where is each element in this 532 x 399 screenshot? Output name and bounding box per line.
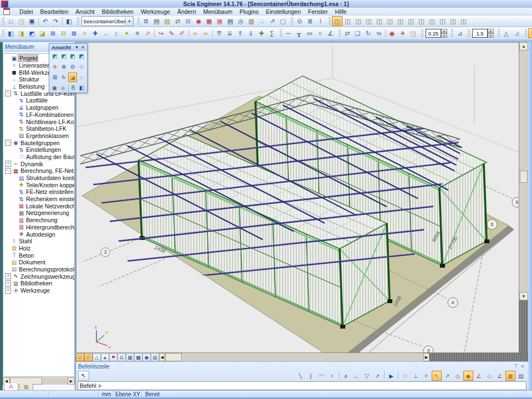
document-icon[interactable] xyxy=(3,8,10,15)
snap-perpendicular-icon[interactable]: ⊥ xyxy=(411,371,421,381)
curve-edit-icon[interactable]: ↪ xyxy=(156,28,166,38)
zoom-all-icon[interactable]: ⊙ xyxy=(77,62,86,71)
viewport-vscrollbar[interactable]: ▲ ▼ xyxy=(519,42,528,353)
sidebar-item-einstellungen[interactable]: ⇅Einstellungen xyxy=(3,146,74,154)
snap-length-icon[interactable]: ∠ xyxy=(495,371,505,381)
group-grip[interactable] xyxy=(421,29,423,37)
group-grip[interactable] xyxy=(329,17,331,25)
storey-level-icon[interactable]: △ xyxy=(93,354,101,361)
spin-up-icon[interactable]: ▲ xyxy=(441,29,447,33)
sidebar-item-rechenkerneinstell[interactable]: ⇅Rechenkern einstellen xyxy=(3,196,74,203)
menu-bearbeiten[interactable]: Bearbeiten xyxy=(40,8,69,15)
snap-table-icon[interactable]: ▤ xyxy=(516,371,526,381)
load-scale-spinner[interactable]: 0.25▲▼ xyxy=(426,29,447,38)
expand-icon[interactable]: + xyxy=(5,161,11,167)
flag-level-icon[interactable]: ⚑ xyxy=(109,354,117,361)
snap-dot-grid-icon[interactable]: ▦ xyxy=(505,371,515,381)
clip-plane-2-icon[interactable]: ∅ xyxy=(84,354,93,361)
expand-icon[interactable]: + xyxy=(5,280,11,287)
collapse-icon[interactable]: − xyxy=(5,168,11,174)
screen-view-icon[interactable]: ◧ xyxy=(78,83,86,93)
surface-edit-icon[interactable]: ✐ xyxy=(177,28,187,38)
move-copy-icon[interactable]: ⇄ xyxy=(342,28,352,38)
pin-icon[interactable]: ⊤ xyxy=(513,364,519,369)
group-grip[interactable] xyxy=(468,29,470,37)
save-project-icon[interactable]: ▣ xyxy=(27,16,37,26)
add-part-icon[interactable]: ✚ xyxy=(256,28,267,38)
angle-snap-icon[interactable]: ⊿ xyxy=(454,28,465,38)
table-display-icon[interactable]: ▤ xyxy=(151,354,159,361)
view-preset-12-icon[interactable]: ◫ xyxy=(448,16,458,26)
polyline-edit-icon[interactable]: ✎ xyxy=(166,28,177,38)
snap-midpoint-icon[interactable]: ↗ xyxy=(442,371,452,381)
view-iso-2-icon[interactable]: ◩ xyxy=(59,52,68,61)
sidebar-item-holz[interactable]: ▥Holz xyxy=(3,245,74,252)
snap-intersection-icon[interactable]: ◇ xyxy=(484,371,494,381)
camera-view-off-icon[interactable]: ◉ xyxy=(59,83,67,93)
sidebar-item-dokument[interactable]: ▤Dokument xyxy=(3,259,74,266)
ansicht-title-bar[interactable]: Ansicht ▼ ✕ xyxy=(49,44,87,51)
group-grip[interactable] xyxy=(451,29,453,37)
redo-icon[interactable]: ↷ xyxy=(50,16,61,26)
scale-up-icon[interactable]: △ xyxy=(501,28,511,38)
load-display-1-icon[interactable]: B xyxy=(528,28,532,38)
menu-fenster[interactable]: Fenster xyxy=(308,8,328,15)
menu-plugins[interactable]: Plugins xyxy=(239,8,258,15)
image-gallery-icon[interactable]: ▨ xyxy=(162,16,172,26)
view-preset-9-icon[interactable]: ◫ xyxy=(416,16,427,26)
draw-rectangle-icon[interactable]: ▭ xyxy=(304,28,315,38)
group-grip[interactable] xyxy=(2,29,4,37)
track-pointer-icon[interactable]: ▶ xyxy=(386,371,396,381)
scroll-right-icon[interactable]: ▶ xyxy=(68,377,75,385)
teamwork-icon[interactable]: ⧉ xyxy=(141,16,151,26)
copy-down-icon[interactable]: ⇊ xyxy=(224,28,235,38)
node-tool-8-icon[interactable]: ⌗ xyxy=(79,28,90,38)
zoom-window-icon[interactable]: ⊞ xyxy=(50,73,59,82)
expand-icon[interactable]: + xyxy=(5,273,11,279)
draw-line-icon[interactable]: ─ xyxy=(283,28,294,38)
sidebar-item-bibliotheken[interactable]: +▥Bibliotheken xyxy=(3,280,74,287)
new-project-icon[interactable]: □ xyxy=(6,16,16,26)
paste-down-icon[interactable]: ⇓ xyxy=(245,28,256,38)
spinner-arrows[interactable]: ▲▼ xyxy=(488,29,494,38)
view-preset-5-icon[interactable]: ◫ xyxy=(374,16,385,26)
snap-parallel-icon[interactable]: ∥ xyxy=(306,371,316,381)
menu-bibliotheken[interactable]: Bibliotheken xyxy=(102,8,134,15)
node-tool-13-icon[interactable]: ✳ xyxy=(132,28,142,38)
table-check-icon[interactable]: ▦ xyxy=(214,16,225,26)
node-tool-3-icon[interactable]: ◩ xyxy=(27,28,37,38)
sum-part-icon[interactable]: ∑ xyxy=(267,28,277,38)
spin-down-icon[interactable]: ▼ xyxy=(441,33,447,38)
light-toggle-icon[interactable]: ☼ xyxy=(77,73,86,82)
node-tool-12-icon[interactable]: ✦ xyxy=(121,28,132,38)
scale-ref-icon[interactable]: ⊿ xyxy=(511,28,522,38)
sidebar-item-lokalenetzverdicht[interactable]: ▦Lokale Netzverdichtur xyxy=(3,202,74,209)
connect-2-icon[interactable]: ∞ xyxy=(201,28,211,38)
round-select-icon[interactable]: ◉ xyxy=(193,16,204,26)
paste-up-icon[interactable]: ⇑ xyxy=(235,28,245,38)
view-preset-2-icon[interactable]: ◫ xyxy=(342,16,353,26)
zoom-document-icon[interactable]: ⊙ xyxy=(294,16,305,26)
node-tool-11-icon[interactable]: ↕ xyxy=(111,28,121,38)
ground-level-icon[interactable]: ▲ xyxy=(101,354,109,361)
sidebar-item-lfkombinationen[interactable]: ⇅LF-Kombinationen xyxy=(3,111,74,119)
undo-icon[interactable]: ↶ xyxy=(40,16,50,26)
open-project-icon[interactable]: ◳ xyxy=(16,16,27,26)
sidebar-item-netzgenerierung[interactable]: ▩Netzgenerierung xyxy=(3,209,74,217)
view-parameters-icon[interactable]: ◪ xyxy=(68,73,77,82)
sidebar-item-ergebnisklassen[interactable]: ▤Ergebnisklassen xyxy=(3,132,74,140)
spinner-arrows[interactable]: ▲▼ xyxy=(441,29,447,38)
menu-ansicht[interactable]: Ansicht xyxy=(75,8,94,15)
close-icon[interactable]: × xyxy=(519,364,526,369)
sidebar-item-autodesign[interactable]: ✱Autodesign xyxy=(3,231,74,238)
ansicht-floating-panel[interactable]: Ansicht ▼ ✕ ◩◩◩◩✛⊕⊖⊙⊞↻◪☼◉◉B◧ xyxy=(49,43,88,93)
open-view-folder-icon[interactable]: ◳ xyxy=(408,28,418,38)
xml-exchange-icon[interactable]: ⇄ xyxy=(172,16,183,26)
document-extra-icon[interactable]: ▢ xyxy=(278,16,288,26)
status-units[interactable]: mm xyxy=(99,391,114,397)
mesh-display-icon[interactable]: ▦ xyxy=(126,354,134,361)
viewport-hscrollbar[interactable]: ◀ ▶ xyxy=(159,353,429,361)
group-grip[interactable] xyxy=(77,17,79,25)
draw-circle-icon[interactable]: ○ xyxy=(315,28,325,38)
connect-1-icon[interactable]: ∞ xyxy=(190,28,201,38)
